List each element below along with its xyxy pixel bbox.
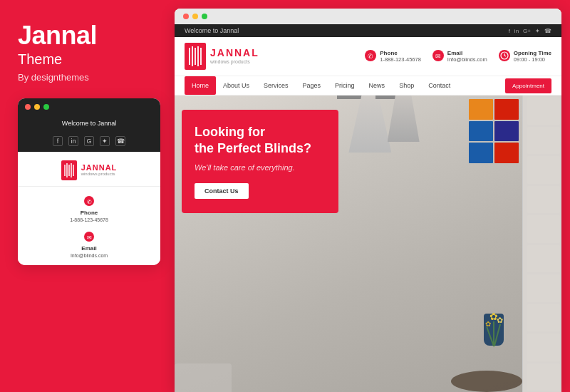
announce-socials: f in G+ ✦ ☎	[509, 28, 551, 34]
dot-green	[43, 104, 49, 110]
mobile-email-icon: ✉	[82, 229, 96, 244]
art-block-6	[494, 143, 519, 163]
nav-pricing[interactable]: Pricing	[328, 76, 362, 95]
window-area	[522, 96, 561, 392]
blind-3	[527, 156, 560, 184]
wall-art	[469, 99, 519, 163]
header-email-label: Email	[447, 50, 487, 57]
header-opening-value: 09:00 - 19:00	[514, 56, 551, 63]
blind-7	[527, 274, 560, 302]
svg-text:✉: ✉	[435, 53, 441, 60]
logo-name: JANNAL	[210, 48, 259, 58]
mobile-email-block: ✉ Email Info@blinds.com	[71, 229, 108, 258]
header-phone-label: Phone	[380, 50, 421, 57]
nav-services[interactable]: Services	[256, 76, 296, 95]
header-phone-value: 1-888-123-45678	[380, 56, 421, 63]
blind-4	[527, 186, 560, 214]
header-opening-label: Opening Time	[514, 50, 551, 57]
left-panel: Jannal Theme By designthemes Welcome to …	[0, 0, 175, 392]
nav-appointment-button[interactable]: Appointment	[505, 78, 551, 93]
mobile-contact-info: ✆ Phone 1-888-123-45678 ✉ Email Info@bli…	[18, 187, 160, 265]
blind-2	[527, 127, 560, 155]
mobile-social-instagram[interactable]: ☎	[115, 136, 125, 146]
header-phone-text: Phone 1-888-123-45678	[380, 50, 421, 63]
dot-red	[25, 104, 31, 110]
mobile-phone-icon: ✆	[82, 194, 96, 208]
mobile-social-google[interactable]: G	[84, 136, 94, 146]
hero-headline: Looking for the Perfect Blinds?	[195, 124, 326, 156]
logo-icon	[185, 43, 206, 70]
social-twitter-icon[interactable]: ✦	[535, 28, 540, 34]
mobile-logo-icon	[61, 160, 77, 180]
nav-shop[interactable]: Shop	[392, 76, 421, 95]
announce-text: Welcome to Jannal	[185, 27, 239, 34]
flower-head-2: ✿	[485, 320, 491, 328]
mobile-email-label: Email	[81, 245, 96, 252]
logo-tagline: windows products	[210, 59, 259, 65]
dot-yellow	[34, 104, 40, 110]
logo-text: JANNAL windows products	[210, 48, 259, 64]
mobile-announce-text: Welcome to Jannal	[62, 120, 116, 127]
browser-dot-red	[183, 14, 189, 19]
brand-subtitle: Theme	[18, 51, 157, 68]
blind-9	[527, 334, 560, 361]
social-instagram-icon[interactable]: ☎	[544, 28, 551, 34]
mobile-social-twitter[interactable]: ✦	[100, 136, 110, 146]
brand-title: Jannal	[18, 21, 157, 50]
blind-6	[527, 245, 560, 273]
site-nav: Home About Us Services Pages Pricing New…	[175, 76, 561, 96]
blind-10	[527, 363, 560, 391]
header-phone-block: ✆ Phone 1-888-123-45678	[365, 50, 421, 63]
browser-chrome	[175, 9, 561, 24]
svg-text:✉: ✉	[87, 234, 92, 240]
site-header: JANNAL windows products ✆ Phone 1-88	[175, 37, 561, 76]
art-block-1	[469, 99, 493, 120]
blinds	[526, 96, 561, 392]
mobile-preview-card: Welcome to Jannal f in G ✦ ☎	[18, 98, 160, 265]
site-logo: JANNAL windows products	[185, 43, 259, 70]
mobile-phone-label: Phone	[81, 210, 98, 216]
svg-text:✆: ✆	[87, 198, 92, 205]
mobile-social-linkedin[interactable]: in	[68, 136, 78, 146]
coffee-table	[451, 371, 522, 392]
art-block-3	[469, 121, 493, 142]
header-info: ✆ Phone 1-888-123-45678 ✉	[365, 50, 551, 63]
mobile-browser-chrome	[18, 98, 160, 115]
nav-home[interactable]: Home	[185, 76, 216, 95]
mobile-logo-tagline: windows products	[81, 172, 118, 177]
brand-by: By designthemes	[18, 72, 157, 83]
nav-about[interactable]: About Us	[216, 76, 256, 95]
nav-pages[interactable]: Pages	[296, 76, 328, 95]
hero-cta-card: Looking for the Perfect Blinds? We'll ta…	[182, 110, 338, 213]
mobile-social-facebook[interactable]: f	[53, 136, 63, 146]
blind-8	[527, 304, 560, 332]
header-opening-block: Opening Time 09:00 - 19:00	[499, 50, 551, 63]
blind-5	[527, 215, 560, 243]
art-block-2	[494, 99, 519, 120]
hero-section: ✿ ✿ ✿ Looking for the Perfect	[175, 96, 561, 392]
header-clock-icon	[499, 50, 510, 63]
nav-contact[interactable]: Contact	[421, 76, 457, 95]
nav-news[interactable]: News	[362, 76, 393, 95]
social-facebook-icon[interactable]: f	[509, 28, 510, 34]
hero-contact-button[interactable]: Contact Us	[195, 183, 249, 199]
header-email-block: ✉ Email Info@blinds.com	[432, 50, 487, 63]
sofa-hint	[175, 363, 232, 392]
hero-subtext: We'll take care of everything.	[195, 163, 326, 172]
blind-1	[527, 97, 560, 125]
mobile-logo-text: JANNAL windows products	[81, 163, 118, 177]
browser-window: Welcome to Jannal f in G+ ✦ ☎	[175, 9, 561, 392]
browser-dot-green	[202, 14, 207, 19]
browser-dot-yellow	[192, 14, 198, 19]
social-googleplus-icon[interactable]: G+	[523, 28, 531, 34]
vase-area: ✿ ✿ ✿	[483, 314, 504, 378]
mobile-announce-bar: Welcome to Jannal	[18, 115, 160, 133]
mobile-phone-value: 1-888-123-45678	[70, 217, 108, 222]
social-linkedin-icon[interactable]: in	[514, 28, 519, 34]
mobile-social-row: f in G ✦ ☎	[18, 133, 160, 152]
flower-head-3: ✿	[497, 316, 503, 325]
mobile-logo-name: JANNAL	[81, 163, 118, 172]
announce-bar: Welcome to Jannal f in G+ ✦ ☎	[175, 24, 561, 37]
site-content: Welcome to Jannal f in G+ ✦ ☎	[175, 24, 561, 392]
header-phone-icon: ✆	[365, 50, 376, 63]
